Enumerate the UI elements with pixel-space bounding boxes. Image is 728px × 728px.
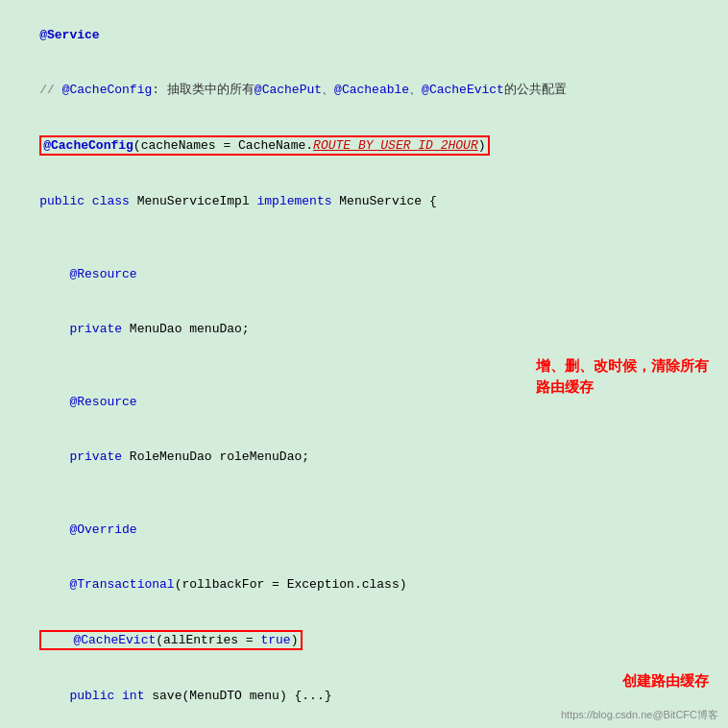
line-rolemenudao: private RoleMenuDao roleMenuDao; — [10, 429, 718, 484]
line-transactional-1: @Transactional(rollbackFor = Exception.c… — [10, 557, 718, 612]
comment-text: // @CacheConfig: 抽取类中的所有@CachePut、@Cache… — [39, 83, 567, 97]
line-override-1: @Override — [10, 502, 718, 557]
cacheevict-box-1: @CacheEvict(allEntries = true) — [39, 630, 302, 650]
line-resource-1: @Resource — [10, 247, 718, 302]
service-annotation: @Service — [39, 28, 99, 42]
line-cacheconfig: @CacheConfig(cacheNames = CacheName.ROUT… — [10, 117, 718, 174]
line-empty-4 — [10, 723, 718, 728]
line-empty-1 — [10, 229, 718, 247]
line-cacheevict-1: @CacheEvict(allEntries = true) — [10, 612, 718, 668]
cacheconfig-annotation: @CacheConfig(cacheNames = CacheName.ROUT… — [39, 135, 489, 156]
line-service: @Service — [10, 8, 718, 62]
line-class: public class MenuServiceImpl implements … — [10, 174, 718, 229]
watermark: https://blog.csdn.ne@BitCFC博客 — [561, 708, 718, 722]
line-menudao: private MenuDao menuDao; — [10, 302, 718, 356]
chinese-note-2: 创建路由缓存 — [622, 670, 709, 692]
chinese-note-1: 增、删、改时候，清除所有 路由缓存 — [536, 355, 709, 398]
code-container: @Service // @CacheConfig: 抽取类中的所有@CacheP… — [0, 0, 728, 728]
line-empty-3 — [10, 484, 718, 502]
line-comment: // @CacheConfig: 抽取类中的所有@CachePut、@Cache… — [10, 62, 718, 117]
